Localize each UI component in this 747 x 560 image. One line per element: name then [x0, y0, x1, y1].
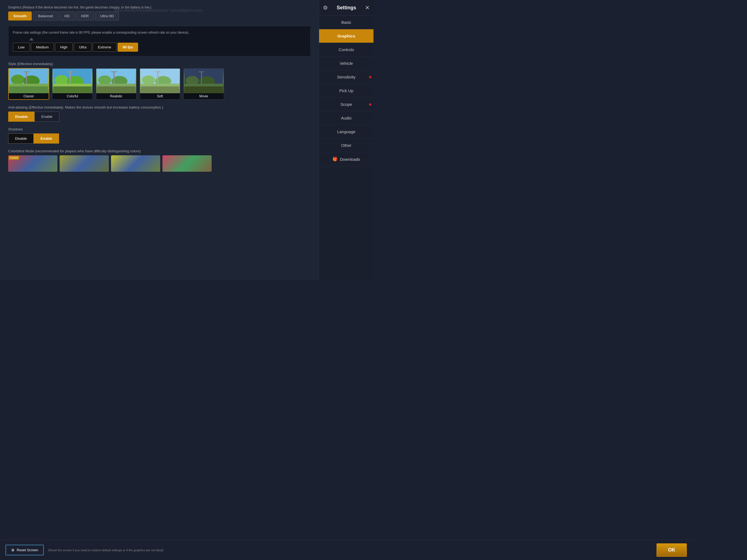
shadows-disable-btn[interactable]: Disable: [8, 133, 34, 144]
sidebar: ⚙ Settings ✕ Basic Graphics Controls Veh…: [319, 0, 374, 280]
style-card-realistic[interactable]: Realistic: [96, 68, 137, 100]
quality-btn-ultrahd[interactable]: Ultra HD: [95, 11, 119, 21]
framerate-button-group: Low Medium High Ultra Extreme 90 fps: [13, 43, 306, 52]
svg-rect-32: [199, 71, 204, 72]
sidebar-item-graphics[interactable]: Graphics: [319, 29, 374, 43]
sidebar-item-controls[interactable]: Controls: [319, 43, 374, 57]
quality-btn-balanced[interactable]: Balanced: [33, 11, 58, 21]
svg-point-8: [55, 75, 68, 85]
sensitivity-dot: [369, 76, 371, 78]
triangle-indicator: [29, 38, 34, 41]
colorblind-section: Colorblind Mode (recommended for players…: [8, 149, 311, 172]
svg-point-22: [142, 75, 155, 85]
sidebar-item-downloads[interactable]: 🎁 Downloads: [319, 152, 374, 166]
style-label-colorful: Colorful: [52, 93, 93, 99]
style-title: Style (Effective immediately): [8, 62, 311, 66]
antialiasing-title: Anti-aliasing (Effective immediately. Ma…: [8, 105, 311, 109]
shadows-toggle-group: Disable Enable: [8, 133, 311, 144]
svg-rect-11: [68, 71, 73, 72]
svg-rect-27: [141, 84, 179, 86]
shadows-enable-btn[interactable]: Enable: [34, 133, 59, 144]
quality-btn-smooth[interactable]: Smooth: [8, 11, 32, 21]
gift-icon: 🎁: [333, 157, 338, 161]
style-scene-realistic: [96, 69, 136, 93]
style-scene-movie: [184, 69, 224, 93]
style-card-classic[interactable]: Classic: [8, 68, 49, 100]
style-scene-classic: [9, 69, 49, 93]
fps-btn-high[interactable]: High: [55, 43, 73, 52]
svg-rect-31: [201, 71, 202, 85]
quality-button-group: Smooth Balanced HD HDR Ultra HD: [8, 11, 311, 21]
style-label-realistic: Realistic: [96, 93, 136, 99]
fps-btn-ultra[interactable]: Ultra: [74, 43, 92, 52]
sidebar-item-scope[interactable]: Scope: [319, 98, 374, 111]
framerate-panel: Frame rate settings (the current frame r…: [8, 26, 311, 56]
style-scene-soft: [140, 69, 180, 93]
svg-rect-20: [97, 84, 135, 86]
antialiasing-section: Anti-aliasing (Effective immediately. Ma…: [8, 105, 311, 122]
svg-point-1: [11, 75, 25, 84]
antialiasing-enable-btn[interactable]: Enable: [34, 111, 59, 122]
svg-rect-34: [185, 84, 223, 86]
svg-rect-24: [157, 71, 158, 85]
graphics-note: Graphics (Reduce if the device becomes t…: [8, 5, 311, 9]
fps-btn-low[interactable]: Low: [13, 43, 30, 52]
style-cards-container: Classic Colorful: [8, 68, 311, 100]
svg-rect-4: [24, 71, 29, 72]
style-card-soft[interactable]: Soft: [139, 68, 180, 100]
colorblind-card-tritanopia[interactable]: [162, 155, 212, 172]
svg-rect-6: [9, 84, 48, 86]
sidebar-item-audio[interactable]: Audio: [319, 111, 374, 125]
fps-btn-90[interactable]: 90 fps: [118, 43, 138, 52]
current-badge: Current: [9, 156, 19, 160]
shadows-title: Shadows: [8, 127, 311, 131]
svg-rect-17: [113, 71, 114, 85]
framerate-note: Frame rate settings (the current frame r…: [13, 31, 306, 34]
antialiasing-disable-btn[interactable]: Disable: [8, 111, 34, 122]
fps-btn-extreme[interactable]: Extreme: [93, 43, 116, 52]
style-card-movie[interactable]: Movie: [183, 68, 224, 100]
settings-icon: ⚙: [323, 4, 328, 11]
style-label-movie: Movie: [184, 93, 224, 99]
sidebar-header: ⚙ Settings ✕: [319, 0, 374, 16]
svg-rect-25: [155, 71, 160, 72]
colorblind-cards-container: Current: [8, 155, 311, 172]
sidebar-item-vehicle[interactable]: Vehicle: [319, 57, 374, 70]
svg-rect-18: [111, 71, 117, 72]
sidebar-item-pickup[interactable]: Pick Up: [319, 84, 374, 98]
style-section: Style (Effective immediately) Classic: [8, 62, 311, 100]
scope-dot: [369, 103, 371, 105]
svg-rect-13: [53, 84, 92, 86]
style-scene-colorful: [52, 69, 93, 93]
colorblind-card-protanopia[interactable]: [111, 155, 160, 172]
shadows-section: Shadows Disable Enable: [8, 127, 311, 144]
svg-point-15: [98, 75, 111, 85]
fps-btn-medium[interactable]: Medium: [31, 43, 54, 52]
graphics-quality-section: Graphics (Reduce if the device becomes t…: [8, 5, 311, 21]
sidebar-item-sensitivity[interactable]: Sensitivity: [319, 70, 374, 84]
close-icon[interactable]: ✕: [365, 4, 370, 11]
svg-rect-3: [26, 71, 27, 85]
quality-btn-hdr[interactable]: HDR: [76, 11, 94, 21]
svg-rect-10: [70, 71, 71, 85]
colorblind-title: Colorblind Mode (recommended for players…: [8, 149, 311, 153]
style-card-colorful[interactable]: Colorful: [52, 68, 93, 100]
sidebar-item-other[interactable]: Other: [319, 138, 374, 152]
quality-btn-hd[interactable]: HD: [59, 11, 75, 21]
colorblind-card-deuteranopia[interactable]: [60, 155, 109, 172]
antialiasing-toggle-group: Disable Enable: [8, 111, 311, 122]
sidebar-item-basic[interactable]: Basic: [319, 16, 374, 29]
colorblind-card-default[interactable]: Current: [8, 155, 57, 172]
sidebar-item-language[interactable]: Language: [319, 125, 374, 138]
style-label-soft: Soft: [140, 93, 180, 99]
style-label-classic: Classic: [9, 93, 49, 99]
sidebar-title: Settings: [337, 5, 356, 11]
